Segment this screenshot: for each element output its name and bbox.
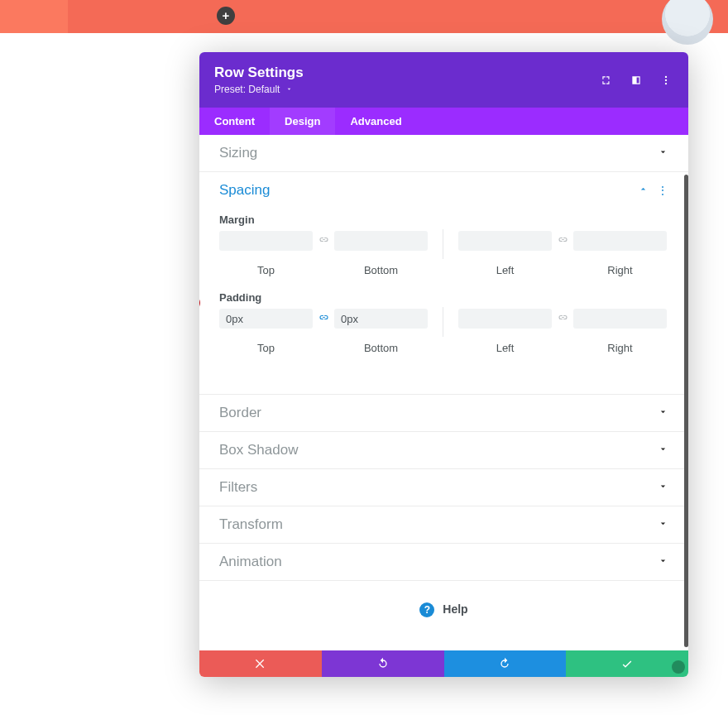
padding-bottom-sublabel: Bottom	[334, 342, 428, 354]
padding-left-input[interactable]	[458, 309, 552, 329]
page-header-bar: +	[0, 0, 728, 33]
undo-button[interactable]	[322, 650, 444, 677]
avatar	[662, 0, 713, 45]
add-section-button[interactable]: +	[217, 7, 235, 25]
chevron-down-icon	[658, 554, 668, 570]
preset-name: Default	[248, 84, 280, 95]
redo-button[interactable]	[444, 650, 567, 677]
section-filters[interactable]: Filters	[199, 469, 688, 506]
modal-tabs: Content Design Advanced	[199, 108, 688, 135]
divider	[443, 307, 443, 337]
margin-bottom-sublabel: Bottom	[334, 264, 428, 276]
margin-bottom-input[interactable]	[334, 231, 428, 251]
snap-right-icon[interactable]	[629, 73, 644, 88]
spacing-controls: Margin	[199, 202, 688, 371]
svg-point-0	[665, 75, 667, 77]
chevron-down-icon	[285, 84, 293, 95]
tab-advanced[interactable]: Advanced	[335, 108, 416, 135]
row-settings-modal: Row Settings Preset: Default	[199, 52, 688, 677]
margin-left-input[interactable]	[458, 231, 552, 251]
chevron-down-icon	[658, 516, 668, 533]
section-border-label: Border	[219, 405, 261, 421]
section-spacing-label: Spacing	[219, 182, 270, 199]
padding-bottom-input[interactable]	[334, 309, 428, 329]
section-sizing-label: Sizing	[219, 145, 257, 161]
margin-top-input[interactable]	[219, 231, 313, 251]
section-transform-label: Transform	[219, 516, 283, 533]
kebab-icon[interactable]	[659, 73, 673, 88]
divider	[443, 229, 443, 259]
chevron-up-icon	[638, 182, 649, 199]
chevron-down-icon	[658, 405, 668, 421]
modal-header[interactable]: Row Settings Preset: Default	[199, 52, 688, 108]
modal-title: Row Settings	[214, 65, 599, 81]
padding-top-input[interactable]	[219, 309, 313, 329]
svg-point-2	[665, 82, 667, 84]
section-animation[interactable]: Animation	[199, 544, 688, 581]
padding-right-sublabel: Right	[573, 342, 667, 354]
modal-footer	[199, 650, 688, 677]
save-button[interactable]	[566, 650, 688, 677]
margin-left-sublabel: Left	[458, 264, 552, 276]
help-link[interactable]: ? Help	[199, 602, 688, 617]
page-header-start	[0, 0, 68, 33]
padding-top-sublabel: Top	[219, 342, 313, 354]
chevron-down-icon	[658, 479, 668, 496]
annotation-badge-1: 1	[199, 295, 200, 310]
margin-top-sublabel: Top	[219, 264, 313, 276]
link-icon[interactable]	[553, 311, 572, 326]
svg-point-1	[665, 79, 667, 80]
preset-selector[interactable]: Preset: Default	[214, 84, 599, 95]
section-animation-label: Animation	[219, 554, 282, 570]
padding-left-sublabel: Left	[458, 342, 552, 354]
tab-content[interactable]: Content	[199, 108, 270, 135]
link-icon[interactable]	[314, 233, 333, 248]
link-icon[interactable]	[314, 311, 333, 326]
section-transform[interactable]: Transform	[199, 506, 688, 544]
margin-right-input[interactable]	[573, 231, 667, 251]
padding-label: Padding	[219, 291, 668, 304]
section-box-shadow[interactable]: Box Shadow	[199, 432, 688, 469]
section-sizing[interactable]: Sizing	[199, 135, 688, 172]
margin-label: Margin	[219, 214, 668, 226]
help-icon: ?	[419, 602, 434, 617]
help-label: Help	[443, 602, 467, 616]
modal-scroll-body: Sizing Spacing ⋮ Margin	[199, 135, 688, 650]
section-border[interactable]: Border	[199, 394, 688, 432]
section-box-shadow-label: Box Shadow	[219, 442, 298, 458]
preset-prefix: Preset:	[214, 84, 246, 95]
chevron-down-icon	[658, 145, 668, 161]
section-options-icon[interactable]: ⋮	[657, 185, 668, 196]
expand-icon[interactable]	[599, 73, 614, 88]
section-filters-label: Filters	[219, 479, 257, 496]
resize-handle-icon[interactable]	[672, 660, 685, 674]
cancel-button[interactable]	[199, 650, 322, 677]
link-icon[interactable]	[553, 233, 572, 248]
chevron-down-icon	[658, 442, 668, 458]
padding-right-input[interactable]	[573, 309, 667, 329]
tab-design[interactable]: Design	[270, 108, 335, 135]
section-spacing[interactable]: Spacing ⋮	[199, 172, 688, 202]
margin-right-sublabel: Right	[573, 264, 667, 276]
